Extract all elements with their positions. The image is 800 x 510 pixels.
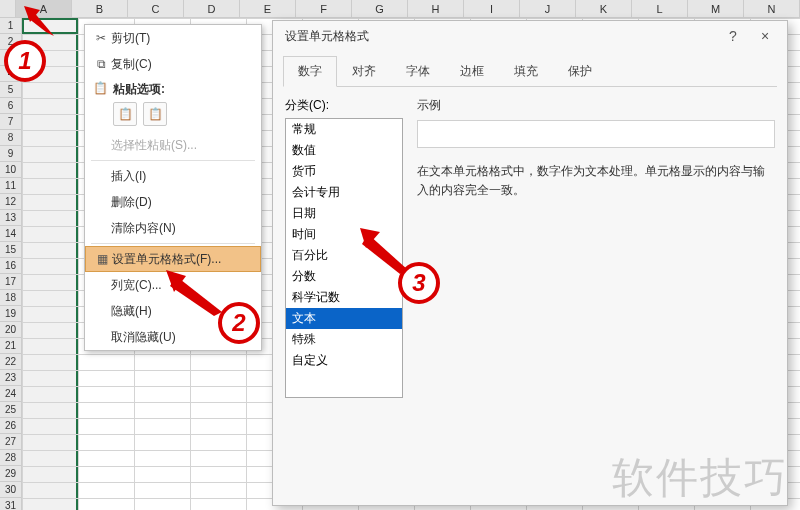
tab-字体[interactable]: 字体 xyxy=(391,56,445,87)
row-header-22[interactable]: 22 xyxy=(0,354,22,370)
tab-保护[interactable]: 保护 xyxy=(553,56,607,87)
paste-option-2[interactable]: 📋 xyxy=(143,102,167,126)
column-headers-row: ABCDEFGHIJKLMN xyxy=(0,0,800,18)
row-header-20[interactable]: 20 xyxy=(0,322,22,338)
row-header-16[interactable]: 16 xyxy=(0,258,22,274)
paste-options-label: 粘贴选项: xyxy=(113,82,165,96)
row-header-29[interactable]: 29 xyxy=(0,466,22,482)
dialog-titlebar: 设置单元格格式 ? × xyxy=(273,21,787,51)
category-item[interactable]: 日期 xyxy=(286,203,402,224)
select-all-corner[interactable] xyxy=(0,0,16,17)
row-header-6[interactable]: 6 xyxy=(0,98,22,114)
row-header-23[interactable]: 23 xyxy=(0,370,22,386)
dialog-title: 设置单元格格式 xyxy=(285,28,717,45)
tab-数字[interactable]: 数字 xyxy=(283,56,337,87)
menu-insert[interactable]: 插入(I) xyxy=(85,163,261,189)
format-cells-dialog: 设置单元格格式 ? × 数字对齐字体边框填充保护 分类(C): 常规数值货币会计… xyxy=(272,20,788,506)
category-label: 分类(C): xyxy=(285,97,403,114)
column-header-L[interactable]: L xyxy=(632,0,688,17)
row-header-12[interactable]: 12 xyxy=(0,194,22,210)
row-header-21[interactable]: 21 xyxy=(0,338,22,354)
category-item[interactable]: 常规 xyxy=(286,119,402,140)
sample-label: 示例 xyxy=(417,97,775,114)
category-item[interactable]: 货币 xyxy=(286,161,402,182)
menu-delete[interactable]: 删除(D) xyxy=(85,189,261,215)
column-header-G[interactable]: G xyxy=(352,0,408,17)
tab-对齐[interactable]: 对齐 xyxy=(337,56,391,87)
column-header-N[interactable]: N xyxy=(744,0,800,17)
menu-format-cells-label: 设置单元格格式(F)... xyxy=(112,251,252,268)
dialog-close-button[interactable]: × xyxy=(749,28,781,44)
row-header-10[interactable]: 10 xyxy=(0,162,22,178)
row-header-25[interactable]: 25 xyxy=(0,402,22,418)
row-header-24[interactable]: 24 xyxy=(0,386,22,402)
menu-copy[interactable]: ⧉ 复制(C) xyxy=(85,51,261,77)
row-header-18[interactable]: 18 xyxy=(0,290,22,306)
row-header-7[interactable]: 7 xyxy=(0,114,22,130)
column-header-E[interactable]: E xyxy=(240,0,296,17)
menu-cut-label: 剪切(T) xyxy=(111,30,253,47)
column-header-C[interactable]: C xyxy=(128,0,184,17)
callout-3: 3 xyxy=(398,262,440,304)
row-header-31[interactable]: 31 xyxy=(0,498,22,510)
category-item[interactable]: 自定义 xyxy=(286,350,402,371)
paste-option-1[interactable]: 📋 xyxy=(113,102,137,126)
row-headers: 1234567891011121314151617181920212223242… xyxy=(0,18,22,510)
row-header-5[interactable]: 5 xyxy=(0,82,22,98)
callout-1: 1 xyxy=(4,40,46,82)
callout-2: 2 xyxy=(218,302,260,344)
column-header-K[interactable]: K xyxy=(576,0,632,17)
column-header-I[interactable]: I xyxy=(464,0,520,17)
tab-边框[interactable]: 边框 xyxy=(445,56,499,87)
column-header-H[interactable]: H xyxy=(408,0,464,17)
tab-填充[interactable]: 填充 xyxy=(499,56,553,87)
copy-icon: ⧉ xyxy=(91,57,111,71)
sample-box xyxy=(417,120,775,148)
menu-clear[interactable]: 清除内容(N) xyxy=(85,215,261,241)
menu-clear-label: 清除内容(N) xyxy=(111,220,253,237)
row-header-30[interactable]: 30 xyxy=(0,482,22,498)
paste-options-header: 📋 粘贴选项: xyxy=(85,77,261,100)
column-header-J[interactable]: J xyxy=(520,0,576,17)
row-header-26[interactable]: 26 xyxy=(0,418,22,434)
row-header-19[interactable]: 19 xyxy=(0,306,22,322)
menu-format-cells[interactable]: ▦ 设置单元格格式(F)... xyxy=(85,246,261,272)
menu-paste-special[interactable]: 选择性粘贴(S)... xyxy=(85,132,261,158)
category-item[interactable]: 会计专用 xyxy=(286,182,402,203)
column-header-F[interactable]: F xyxy=(296,0,352,17)
column-header-D[interactable]: D xyxy=(184,0,240,17)
menu-separator xyxy=(91,160,255,161)
dialog-help-button[interactable]: ? xyxy=(717,28,749,44)
menu-cut[interactable]: ✂ 剪切(T) xyxy=(85,25,261,51)
row-header-13[interactable]: 13 xyxy=(0,210,22,226)
column-header-B[interactable]: B xyxy=(72,0,128,17)
row-header-27[interactable]: 27 xyxy=(0,434,22,450)
dialog-tabs: 数字对齐字体边框填充保护 xyxy=(283,55,777,87)
clipboard-icon: 📋 xyxy=(93,81,108,95)
row-header-28[interactable]: 28 xyxy=(0,450,22,466)
category-item[interactable]: 数值 xyxy=(286,140,402,161)
row-header-1[interactable]: 1 xyxy=(0,18,22,34)
category-item[interactable]: 科学记数 xyxy=(286,287,402,308)
row-header-8[interactable]: 8 xyxy=(0,130,22,146)
menu-delete-label: 删除(D) xyxy=(111,194,253,211)
category-item[interactable]: 特殊 xyxy=(286,329,402,350)
format-description: 在文本单元格格式中，数字作为文本处理。单元格显示的内容与输入的内容完全一致。 xyxy=(417,162,775,200)
menu-separator xyxy=(91,243,255,244)
row-header-15[interactable]: 15 xyxy=(0,242,22,258)
row-header-11[interactable]: 11 xyxy=(0,178,22,194)
selected-column-highlight xyxy=(22,18,78,510)
format-cells-icon: ▦ xyxy=(92,252,112,266)
row-header-9[interactable]: 9 xyxy=(0,146,22,162)
row-header-14[interactable]: 14 xyxy=(0,226,22,242)
paste-options-icons: 📋 📋 xyxy=(85,100,261,132)
menu-copy-label: 复制(C) xyxy=(111,56,253,73)
menu-paste-special-label: 选择性粘贴(S)... xyxy=(111,137,253,154)
column-header-M[interactable]: M xyxy=(688,0,744,17)
category-item[interactable]: 文本 xyxy=(286,308,402,329)
menu-insert-label: 插入(I) xyxy=(111,168,253,185)
scissors-icon: ✂ xyxy=(91,31,111,45)
row-header-17[interactable]: 17 xyxy=(0,274,22,290)
